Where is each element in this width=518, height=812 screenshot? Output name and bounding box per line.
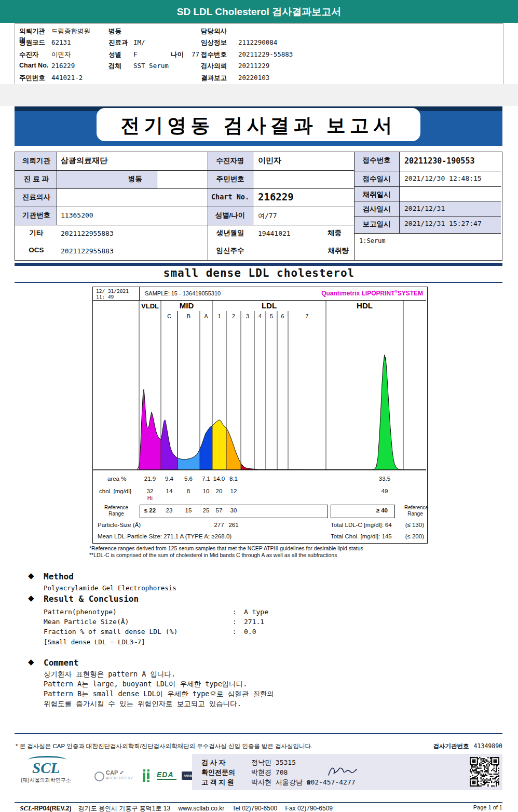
method-heading: Method xyxy=(44,572,74,581)
total-chol: Total Chol. [mg/dl]: 145 xyxy=(331,533,392,539)
comment-line: Pattern A는 large, buoyant LDL이 우세한 type입… xyxy=(44,679,274,689)
table-border xyxy=(399,152,400,233)
report-header-bar: SD LDL Cholesterol 검사결과보고서 xyxy=(0,0,518,23)
table-border xyxy=(354,186,501,187)
row-label: chol. [mg/dl] xyxy=(99,488,131,494)
serum-note: 1:Serum xyxy=(359,237,386,245)
staff-row: 확인전문의박현경 708 xyxy=(201,768,409,777)
fraction-area-MID-A xyxy=(200,426,212,470)
staff-label: 검 사 자 xyxy=(201,758,245,767)
eda-underline xyxy=(157,779,176,780)
result-label: Pattern(phenotype) xyxy=(44,608,117,616)
field-label: 결과보고 xyxy=(201,74,235,83)
subband-label-7: 7 xyxy=(306,313,309,319)
field-value: SST Serum xyxy=(133,62,169,70)
mean-particle-row: Mean LDL-Particle Size: 271.1 A (TYPE A;… xyxy=(93,531,426,543)
field-label: 임상정보 xyxy=(201,38,235,47)
field-value: 62131 xyxy=(51,38,71,46)
result-label: Mean Particle Size(Å) xyxy=(44,618,129,626)
fraction-area-LDL-2 xyxy=(226,428,241,470)
field-value: 2112290084 xyxy=(238,38,277,46)
row-label: Particle-Size (Å) xyxy=(98,522,141,528)
staff-value: 박현경 708 xyxy=(251,768,288,777)
order-label: 주민번호 xyxy=(208,174,253,184)
staff-label: 고 객 지 원 xyxy=(201,778,245,787)
area-percent-row: area %21.99.45.67.114.08.133.5 xyxy=(93,472,426,485)
section-rule-bottom xyxy=(15,282,502,283)
banner-title: 전기영동 검사결과 보고서 xyxy=(15,113,502,139)
fraction-area-LDL-1 xyxy=(212,420,226,470)
bottom-rule xyxy=(15,802,502,803)
result-separator: : xyxy=(233,608,237,616)
order-value: 20211230-190553 xyxy=(404,156,474,166)
order-label: 기타 xyxy=(17,228,56,238)
chart-plot: VLDLMIDLDLHDLCBA1234567 xyxy=(93,301,426,472)
field-value: IM/ xyxy=(133,38,145,46)
cholesterol-value: 49 xyxy=(372,488,398,494)
result-row: Mean Particle Size(Å):271.1 xyxy=(44,618,407,628)
lipoprint-chart: 12/ 31/202111: 49SAMPLE: 15 - 1364190553… xyxy=(92,287,428,544)
table-border xyxy=(354,171,501,171)
fraction-area-HDL xyxy=(371,355,404,470)
field-label: 주민번호 xyxy=(19,74,49,83)
field-label: 검체 xyxy=(108,62,132,71)
method-body: Polyacrylamide Gel Electrophoresis xyxy=(44,584,176,592)
order-label: 접수일시 xyxy=(354,174,399,184)
scl-logo-text: SCL xyxy=(32,760,88,777)
band-label-HDL: HDL xyxy=(357,301,373,310)
field-value: 이민자 xyxy=(51,50,71,59)
field-label: 검사의뢰 xyxy=(201,62,235,71)
instrument-label: Quantimetrix LIPOPRINT®SYSTEM xyxy=(280,290,423,297)
subband-label-C: C xyxy=(167,313,171,319)
section-rule-top xyxy=(15,263,502,266)
subband-label-3: 3 xyxy=(246,313,249,319)
table-border xyxy=(57,152,57,225)
comment-line: 상기환자 표현형은 pattern A 입니다. xyxy=(44,669,274,679)
chart-datecell-border xyxy=(139,287,140,301)
table-border xyxy=(15,207,354,207)
order-label: OCS xyxy=(17,246,56,254)
order-label: Chart No. xyxy=(208,193,253,201)
scl-org-name: (재)서울의과학연구소 xyxy=(21,777,88,784)
order-sublabel: 체중 xyxy=(253,228,342,238)
result-bullet-icon: ◆ xyxy=(28,593,34,603)
order-value: 2021/12/30 12:48:15 xyxy=(404,174,482,182)
table-border xyxy=(354,201,501,201)
scl-logo: SCL (재)서울의과학연구소 xyxy=(21,756,88,784)
order-sublabel: 병동 xyxy=(57,174,142,184)
page-number: Page 1 of 1 xyxy=(473,804,502,810)
chart-run-datetime: 12/ 31/202111: 49 xyxy=(96,288,138,300)
comment-line: 위험도를 증가시킬 수 있는 위험인자로 보고되고 있습니다. xyxy=(44,699,274,709)
area-percent-value: 33.5 xyxy=(372,476,398,482)
result-label: Fraction % of small dense LDL (%) xyxy=(44,628,178,635)
staff-row: 고 객 지 원박사현 서울강남 ☎02-457-4277 xyxy=(201,778,409,787)
subband-label-2: 2 xyxy=(232,313,235,319)
order-value: 2021/12/31 15:27:47 xyxy=(404,220,482,227)
staff-panel: 검 사 자정낙민 35315확인전문의박현경 708고 객 지 원박사현 서울강… xyxy=(192,754,502,790)
lab-org-number: 검사기관번호 41349890 xyxy=(433,742,502,750)
footer-tel: Tel 02)790-6500 xyxy=(233,805,278,812)
field-value: 20211229 xyxy=(238,62,269,70)
result-separator: : xyxy=(233,628,237,635)
reference-value: 30 xyxy=(221,507,247,513)
order-label: 검사일시 xyxy=(354,205,399,214)
subband-label-1: 1 xyxy=(218,313,221,319)
order-value: 11365200 xyxy=(61,211,93,219)
order-label: 성별/나이 xyxy=(208,211,253,220)
field-value: 20211229-55883 xyxy=(238,50,293,58)
field-value: 441021-2 xyxy=(51,74,83,82)
cholesterol-value: 12 xyxy=(221,488,247,494)
section-title: small dense LDL cholesterol xyxy=(0,267,518,279)
field-label: 접수번호 xyxy=(201,50,235,59)
result-row: Pattern(phenotype):A type xyxy=(44,608,407,618)
result-value: A type xyxy=(244,608,268,616)
order-label: 수진자명 xyxy=(208,156,253,166)
band-label-MID: MID xyxy=(180,301,194,310)
order-value: 2021122955883 xyxy=(61,247,114,255)
eda-logo: EDA xyxy=(157,770,179,782)
staff-value: 박사현 서울강남 ☎02-457-4277 xyxy=(251,778,356,787)
order-label: 보고일시 xyxy=(354,220,399,229)
reference-range-label: ReferenceRange xyxy=(404,505,426,517)
result-rows: Pattern(phenotype):A typeMean Particle S… xyxy=(44,608,407,638)
comment-heading: Comment xyxy=(44,658,78,668)
